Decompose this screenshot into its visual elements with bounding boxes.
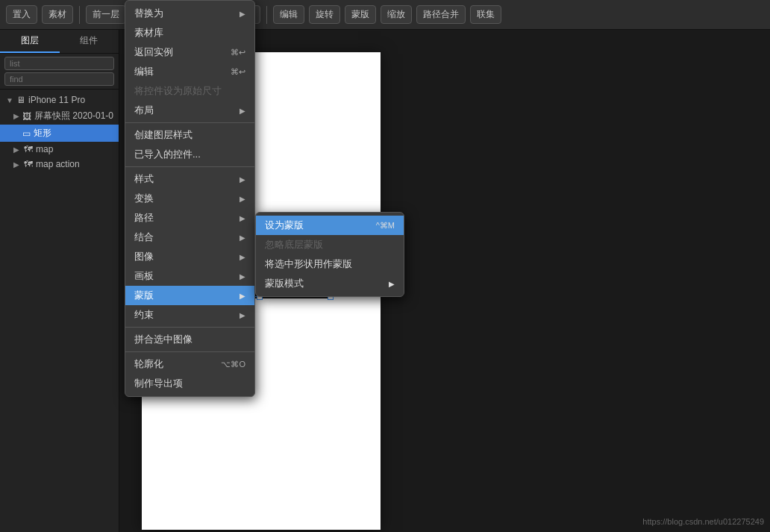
menu-item-label: 路径: [134, 211, 154, 225]
menu-item-resetsize: 将控件设为原始尺寸: [125, 81, 254, 101]
menu-item-label: 图像: [134, 250, 154, 263]
arrow-icon: ▶: [240, 195, 245, 203]
submenu-shortcut: ^⌘M: [376, 221, 395, 231]
sidebar: 图层 组件 ▼ 🖥 iPhone 11 Pro ▶ 🖼 屏幕快照 2020-01…: [0, 30, 119, 532]
arrow-icon: ▶: [240, 311, 245, 319]
layer-item-mapaction[interactable]: ▶ 🗺 map action: [0, 157, 119, 172]
layer-icon-map: 🗺: [24, 144, 33, 154]
arrow-icon: ▶: [240, 107, 245, 115]
layer-label: iPhone 11 Pro: [28, 95, 85, 105]
submenu-arrow-icon: ▶: [389, 280, 395, 288]
prev-layer-button[interactable]: 前一层: [86, 5, 126, 24]
layer-label: map action: [36, 159, 80, 169]
menu-item-flatten[interactable]: 拼合选中图像: [125, 330, 254, 349]
menu-item-edit[interactable]: 编辑 ⌘↩: [125, 62, 254, 81]
insert-button[interactable]: 置入: [6, 5, 37, 24]
menu-item-label: 编辑: [134, 65, 154, 78]
arrow-icon: ▶: [240, 214, 245, 222]
menu-item-outline[interactable]: 轮廓化 ⌥⌘O: [125, 354, 254, 374]
menu-item-return[interactable]: 返回实例 ⌘↩: [125, 43, 254, 62]
menu-separator: [125, 351, 254, 352]
menu-separator: [125, 122, 254, 123]
layer-icon-mapaction: 🗺: [24, 159, 33, 169]
menu-item-path[interactable]: 路径 ▶: [125, 208, 254, 228]
menu-item-artboard[interactable]: 画板 ▶: [125, 266, 254, 286]
submenu-item-label: 设为蒙版: [265, 219, 304, 232]
expand-icon: ▶: [13, 112, 19, 120]
search-list-input[interactable]: [4, 57, 114, 70]
submenu-item-label: 将选中形状用作蒙版: [265, 257, 352, 271]
menu-item-label: 已导入的控件...: [134, 148, 201, 161]
submenu-item-setmask[interactable]: 设为蒙版 ^⌘M: [256, 216, 404, 235]
layer-icon-rect: ▭: [22, 128, 31, 139]
arrow-icon: ▶: [240, 10, 245, 18]
menu-item-combine[interactable]: 结合 ▶: [125, 228, 254, 247]
layer-item-screenshot[interactable]: ▶ 🖼 屏幕快照 2020-01-0: [0, 107, 119, 125]
arrow-icon: ▶: [240, 253, 245, 261]
layer-icon-monitor: 🖥: [16, 95, 25, 105]
layer-label: 矩形: [34, 127, 51, 140]
submenu-item-label: 忽略底层蒙版: [265, 238, 323, 251]
sidebar-search: [0, 54, 119, 90]
arrow-icon: ▶: [240, 175, 245, 184]
menu-item-label: 拼合选中图像: [134, 333, 192, 346]
tab-layers[interactable]: 图层: [0, 30, 60, 53]
menu-item-label: 素材库: [134, 26, 163, 40]
union-button[interactable]: 联集: [470, 5, 501, 24]
menu-item-label: 蒙版: [134, 289, 154, 302]
layer-item-map[interactable]: ▶ 🗺 map: [0, 142, 119, 157]
menu-item-assetlib[interactable]: 素材库: [125, 23, 254, 43]
scale-button[interactable]: 缩放: [381, 5, 412, 24]
menu-item-export[interactable]: 制作导出项: [125, 374, 254, 393]
menu-item-constraint[interactable]: 约束 ▶: [125, 305, 254, 325]
menu-item-createstyle[interactable]: 创建图层样式: [125, 125, 254, 145]
menu-item-replace[interactable]: 替换为 ▶: [125, 4, 254, 23]
layer-label: map: [36, 144, 53, 154]
submenu-item-useshapemask[interactable]: 将选中形状用作蒙版: [256, 254, 404, 274]
menu-item-label: 样式: [134, 172, 154, 186]
menu-item-transform[interactable]: 变换 ▶: [125, 189, 254, 208]
layer-item-iphone[interactable]: ▼ 🖥 iPhone 11 Pro: [0, 93, 119, 107]
menu-item-mask[interactable]: 蒙版 ▶: [125, 286, 254, 305]
menu-item-label: 画板: [134, 269, 154, 283]
layer-item-rect[interactable]: ▭ 矩形: [0, 125, 119, 142]
tab-components[interactable]: 组件: [60, 30, 119, 53]
arrow-icon: ▶: [240, 272, 245, 281]
expand-icon: ▼: [6, 96, 13, 104]
layer-tree: ▼ 🖥 iPhone 11 Pro ▶ 🖼 屏幕快照 2020-01-0 ▭ 矩…: [0, 90, 119, 532]
menu-item-label: 替换为: [134, 7, 163, 20]
menu-item-style[interactable]: 样式 ▶: [125, 169, 254, 189]
menu-item-label: 制作导出项: [134, 377, 183, 390]
path-combine-button[interactable]: 路径合并: [416, 5, 466, 24]
submenu-item-maskmode[interactable]: 蒙版模式 ▶: [256, 274, 404, 293]
toolbar: 置入 素材 前一层 后一层 编组 解除编组 编辑 旋转 蒙版 缩放 路径合并 联…: [0, 0, 770, 30]
watermark: https://blog.csdn.net/u012275249: [642, 517, 764, 526]
menu-item-label: 将控件设为原始尺寸: [134, 84, 222, 98]
rotate-button[interactable]: 旋转: [309, 5, 340, 24]
arrow-icon: ▶: [240, 234, 245, 242]
arrow-icon: ▶: [240, 292, 245, 300]
menu-shortcut: ⌘↩: [231, 48, 245, 57]
menu-separator: [125, 166, 254, 167]
layer-label: 屏幕快照 2020-01-0: [34, 110, 113, 122]
menu-item-imported[interactable]: 已导入的控件...: [125, 145, 254, 164]
material-button[interactable]: 素材: [42, 5, 73, 24]
layer-icon-image: 🖼: [22, 111, 31, 122]
mask-button[interactable]: 蒙版: [345, 5, 376, 24]
menu-item-label: 约束: [134, 308, 154, 322]
menu-item-layout[interactable]: 布局 ▶: [125, 101, 254, 120]
expand-icon: ▶: [13, 160, 21, 169]
menu-item-label: 返回实例: [134, 46, 173, 59]
sidebar-tabs: 图层 组件: [0, 30, 119, 54]
submenu-mask: 设为蒙版 ^⌘M 忽略底层蒙版 将选中形状用作蒙版 蒙版模式 ▶: [255, 212, 404, 297]
menu-item-label: 轮廓化: [134, 357, 163, 371]
edit-button[interactable]: 编辑: [273, 5, 304, 24]
toolbar-divider-1: [79, 6, 80, 24]
submenu-item-ignoremask: 忽略底层蒙版: [256, 235, 404, 254]
menu-item-label: 创建图层样式: [134, 128, 192, 142]
menu-item-image[interactable]: 图像 ▶: [125, 247, 254, 266]
expand-icon: ▶: [13, 145, 21, 154]
menu-item-label: 结合: [134, 231, 154, 244]
search-find-input[interactable]: [4, 72, 114, 86]
context-menu: 替换为 ▶ 素材库 返回实例 ⌘↩ 编辑 ⌘↩ 将控件设为原始尺寸 布局 ▶ 创…: [125, 0, 255, 397]
